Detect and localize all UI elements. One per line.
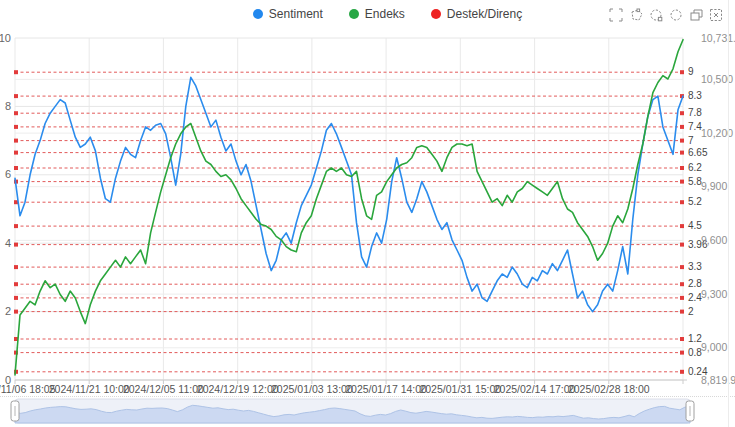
brush-keep-select-icon[interactable] [649,8,663,22]
svg-text:2024/11/06 18:05: 2024/11/06 18:05 [0,383,56,395]
left-axis-labels: 0246810 [0,32,11,386]
sr-level-label: 8.3 [688,90,702,101]
sr-level-label: 7.8 [688,107,702,118]
legend-item-endeks[interactable]: Endeks [349,7,405,21]
chart-canvas[interactable]: 98.37.87.476.656.25.85.24.53.963.32.82.4… [0,0,735,396]
data-zoom-slider[interactable] [0,396,735,427]
data-zoom-canvas[interactable] [0,397,735,427]
left-axis-gridlines [15,38,683,380]
legend-label-sentiment: Sentiment [269,7,323,21]
svg-text:10: 10 [0,32,11,44]
sr-level-label: 9 [688,66,694,77]
sr-level-label: 7 [688,135,694,146]
svg-text:2025/01/31 15:00: 2025/01/31 15:00 [419,383,501,395]
svg-text:2024/12/19 12:00: 2024/12/19 12:00 [197,383,279,395]
svg-text:2: 2 [5,305,11,317]
sr-level-label: 4.5 [688,220,702,231]
legend-label-destek-direnc: Destek/Direnç [447,7,522,21]
support-resistance-lines: 98.37.87.476.656.25.85.24.53.963.32.82.4… [14,66,708,377]
chart-toolbar [609,8,723,22]
legend-dot-sentiment [253,9,263,19]
legend-dot-endeks [349,9,359,19]
x-axis-labels: 2024/11/06 18:052024/11/21 10:002024/12/… [0,383,650,395]
sentiment-series-line [15,77,683,311]
endeks-series-line [15,40,683,375]
sr-level-label: 6.65 [688,147,708,158]
svg-text:8,819.96: 8,819.96 [701,374,735,386]
svg-text:10,731.2: 10,731.2 [701,32,735,44]
legend-item-destek-direnc[interactable]: Destek/Direnç [431,7,522,21]
svg-text:9,000: 9,000 [701,341,727,353]
svg-text:2024/12/05 11:00: 2024/12/05 11:00 [123,383,204,395]
svg-text:9,600: 9,600 [701,234,727,246]
sr-level-label: 3.3 [688,261,702,272]
sr-level-label: 5.2 [688,196,702,207]
svg-text:6: 6 [5,168,11,180]
legend-dot-destek-direnc [431,9,441,19]
svg-text:2025/01/17 14:00: 2025/01/17 14:00 [345,383,427,395]
svg-text:9,300: 9,300 [701,288,727,300]
svg-text:4: 4 [5,237,11,249]
panel-right-border [728,0,729,427]
brush-polygon-select-icon[interactable] [629,8,643,22]
svg-text:8: 8 [5,100,11,112]
chart-panel: SentimentEndeksDestek/Direnç 98.37.87.47… [0,0,735,427]
legend-item-sentiment[interactable]: Sentiment [253,7,323,21]
brush-circle-select-icon[interactable] [669,8,683,22]
right-axis-gridlines [15,79,683,347]
sr-level-label: 2 [688,306,694,317]
svg-text:2025/02/28 18:00: 2025/02/28 18:00 [568,383,650,395]
right-axis-labels: 8,819.969,0009,3009,6009,90010,20010,500… [701,32,735,386]
x-gridlines [15,38,683,380]
sr-level-label: 6.2 [688,162,702,173]
svg-text:9,900: 9,900 [701,180,727,192]
svg-text:2024/11/21 10:00: 2024/11/21 10:00 [49,383,130,395]
svg-text:2025/01/03 13:00: 2025/01/03 13:00 [271,383,353,395]
restore-icon[interactable] [689,8,703,22]
legend-label-endeks: Endeks [365,7,405,21]
brush-clear-icon[interactable] [709,8,723,22]
brush-rect-select-icon[interactable] [609,8,623,22]
svg-text:2025/02/14 17:00: 2025/02/14 17:00 [494,383,576,395]
